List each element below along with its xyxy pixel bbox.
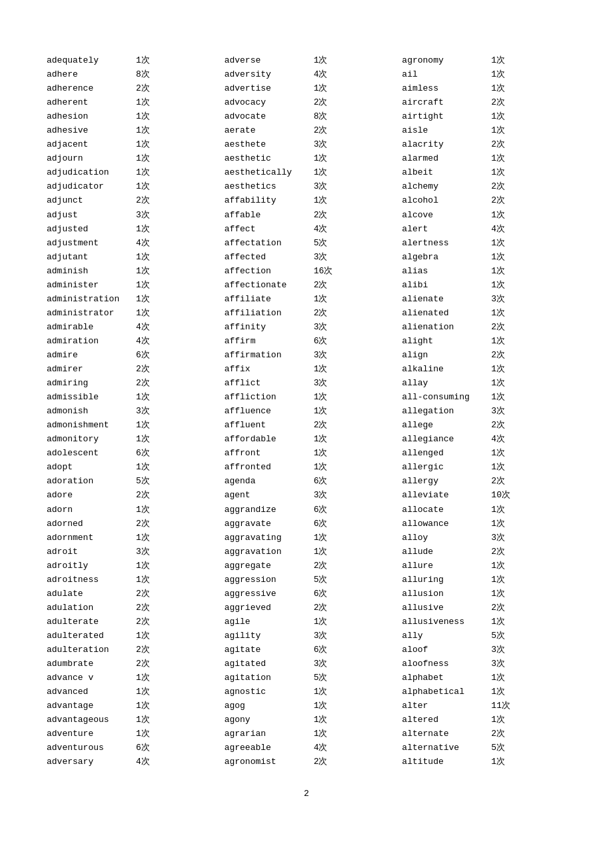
- word-label: aggravate: [225, 517, 311, 531]
- word-label: aggressive: [225, 587, 311, 601]
- list-item: agility3次: [225, 629, 389, 643]
- word-label: adjacent: [47, 137, 133, 151]
- word-label: affliction: [225, 390, 311, 404]
- list-item: affirm6次: [225, 334, 389, 348]
- list-item: aisle1次: [402, 123, 566, 137]
- word-label: affectionate: [225, 278, 311, 292]
- word-count: 3次: [136, 404, 150, 418]
- word-count: 6次: [136, 741, 150, 755]
- list-item: adroit3次: [47, 545, 211, 559]
- list-item: aircraft2次: [402, 95, 566, 109]
- word-count: 1次: [314, 362, 328, 376]
- page-number: 2: [40, 789, 573, 799]
- word-label: advanced: [47, 685, 133, 699]
- word-count: 1次: [491, 278, 505, 292]
- list-item: adroitly1次: [47, 559, 211, 573]
- word-label: affronted: [225, 460, 311, 474]
- list-item: alight1次: [402, 334, 566, 348]
- word-label: adventurous: [47, 741, 133, 755]
- word-label: alienate: [402, 292, 488, 306]
- word-count: 5次: [491, 629, 505, 643]
- list-item: aggravate6次: [225, 517, 389, 531]
- list-item: affectionate2次: [225, 278, 389, 292]
- word-count: 1次: [491, 109, 505, 123]
- word-count: 2次: [314, 306, 328, 320]
- word-count: 1次: [314, 727, 328, 741]
- list-item: agrarian1次: [225, 727, 389, 741]
- list-item: affinity3次: [225, 320, 389, 334]
- list-item: admirer2次: [47, 362, 211, 376]
- word-count: 3次: [314, 657, 328, 671]
- list-item: alienation2次: [402, 320, 566, 334]
- list-item: alkaline1次: [402, 362, 566, 376]
- list-item: allergy2次: [402, 474, 566, 488]
- word-count: 1次: [491, 503, 505, 517]
- word-label: allay: [402, 376, 488, 390]
- word-count: 3次: [314, 179, 328, 193]
- word-label: advocate: [225, 109, 311, 123]
- list-item: aggravation1次: [225, 545, 389, 559]
- word-count: 1次: [491, 713, 505, 727]
- word-label: allusiveness: [402, 615, 488, 629]
- word-count: 2次: [136, 362, 150, 376]
- word-label: allocate: [402, 503, 488, 517]
- list-item: adjust3次: [47, 208, 211, 222]
- list-item: allege2次: [402, 418, 566, 432]
- list-item: airtight1次: [402, 109, 566, 123]
- word-label: aisle: [402, 123, 488, 137]
- word-label: alight: [402, 334, 488, 348]
- word-count: 6次: [314, 334, 328, 348]
- word-count: 1次: [136, 671, 150, 685]
- list-item: adversity4次: [225, 67, 389, 81]
- list-item: all-consuming1次: [402, 390, 566, 404]
- list-item: alertness1次: [402, 236, 566, 250]
- list-item: agitate6次: [225, 643, 389, 657]
- word-label: adorned: [47, 517, 133, 531]
- list-item: alternative5次: [402, 741, 566, 755]
- list-item: admiration4次: [47, 334, 211, 348]
- word-count: 1次: [136, 699, 150, 713]
- word-count: 3次: [314, 348, 328, 362]
- word-label: agrarian: [225, 727, 311, 741]
- word-count: 4次: [491, 432, 505, 446]
- word-count: 1次: [491, 460, 505, 474]
- word-count: 2次: [491, 545, 505, 559]
- word-label: adversity: [225, 67, 311, 81]
- word-count: 3次: [314, 629, 328, 643]
- word-count: 1次: [491, 123, 505, 137]
- word-label: aesthetic: [225, 151, 311, 165]
- word-label: albeit: [402, 165, 488, 179]
- word-label: allusion: [402, 587, 488, 601]
- word-count: 2次: [491, 348, 505, 362]
- word-count: 1次: [491, 517, 505, 531]
- word-label: aesthetically: [225, 165, 311, 179]
- word-count: 1次: [314, 685, 328, 699]
- word-label: aggregate: [225, 559, 311, 573]
- word-label: admonish: [47, 404, 133, 418]
- word-count: 1次: [136, 573, 150, 587]
- word-count: 1次: [136, 165, 150, 179]
- list-item: adverse1次: [225, 53, 389, 67]
- list-item: adhesion1次: [47, 109, 211, 123]
- word-label: aggrandize: [225, 503, 311, 517]
- word-count: 1次: [136, 306, 150, 320]
- list-item: affect4次: [225, 222, 389, 236]
- list-item: alacrity2次: [402, 137, 566, 151]
- list-item: altered1次: [402, 713, 566, 727]
- word-label: adopt: [47, 460, 133, 474]
- word-count: 4次: [136, 755, 150, 769]
- list-item: adequately1次: [47, 53, 211, 67]
- word-label: allegation: [402, 404, 488, 418]
- word-label: ally: [402, 629, 488, 643]
- word-label: adulterated: [47, 629, 133, 643]
- word-label: adverse: [225, 53, 311, 67]
- list-item: admonishment1次: [47, 418, 211, 432]
- list-item: adulterated1次: [47, 629, 211, 643]
- word-count: 1次: [491, 446, 505, 460]
- list-item: adjunct2次: [47, 193, 211, 207]
- list-item: adumbrate2次: [47, 657, 211, 671]
- word-count: 1次: [314, 390, 328, 404]
- list-item: admonish3次: [47, 404, 211, 418]
- word-count: 1次: [136, 432, 150, 446]
- list-item: advance v1次: [47, 671, 211, 685]
